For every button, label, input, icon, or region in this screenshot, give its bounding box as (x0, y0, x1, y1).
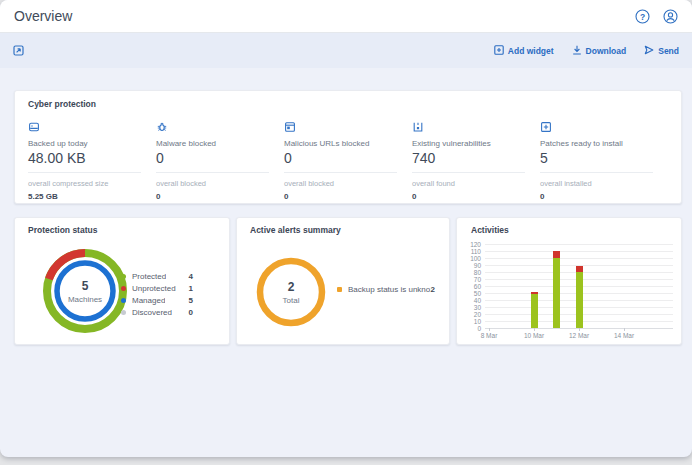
activities-bar-chart: 01020304050607080901001101208 Mar10 Mar1… (457, 218, 681, 344)
title-bar: Overview ? (0, 0, 692, 33)
x-axis-tick (624, 328, 625, 331)
bar-segment-failed (553, 251, 560, 258)
x-axis-tick-label: 8 Mar (481, 332, 498, 339)
metric-label: Malware blocked (156, 139, 284, 148)
y-axis-tick-label: 20 (457, 311, 481, 318)
metric-value: 740 (412, 150, 540, 166)
add-widget-button[interactable]: Add widget (494, 45, 554, 57)
download-button[interactable]: Download (572, 45, 627, 57)
legend-label: Protected (132, 272, 166, 281)
gridline (485, 251, 673, 252)
metric-sub-value: 5.25 GB (28, 192, 156, 201)
protection-status-widget[interactable]: Protection status 5 Machines (14, 217, 230, 345)
metric-sub-label: overall compressed size (28, 179, 156, 188)
metric-label: Existing vulnerabilities (412, 139, 540, 148)
page-title: Overview (14, 8, 72, 24)
metric-sub-label: overall blocked (284, 179, 412, 188)
header-icons: ? (635, 9, 678, 24)
legend-label: Backup status is unkno... (348, 285, 431, 294)
protection-status-legend: Protected 4 Unprotected 1 Managed 5 (121, 270, 193, 318)
metric-sub-value: 0 (540, 192, 668, 201)
metric-label: Backed up today (28, 139, 156, 148)
metric-sub-label: overall blocked (156, 179, 284, 188)
y-axis-tick-label: 0 (457, 325, 481, 332)
alerts-total-label: Total (283, 296, 300, 305)
legend-item-managed: Managed 5 (121, 294, 193, 306)
donut-center: 5 Machines (42, 248, 128, 334)
metric-label: Patches ready to install (540, 139, 668, 148)
metric-sub-label: overall found (412, 179, 540, 188)
x-axis-tick-label: 12 Mar (569, 332, 589, 339)
dashboard-content: Cyber protection Backed up today 48.00 K… (0, 68, 692, 345)
machines-count: 5 (82, 279, 89, 293)
activities-widget[interactable]: Activities 01020304050607080901001101208… (456, 217, 682, 345)
legend-item-protected: Protected 4 (121, 270, 193, 282)
y-axis-tick-label: 120 (457, 241, 481, 248)
y-axis-tick-label: 10 (457, 318, 481, 325)
metric-value: 48.00 KB (28, 150, 156, 166)
account-icon[interactable] (663, 9, 678, 24)
dashboard-toolbar: Add widget Download Send (0, 33, 692, 68)
vulnerability-icon (412, 119, 540, 132)
active-alerts-widget[interactable]: Active alerts summary 2 Total Backup sta… (236, 217, 450, 345)
y-axis-tick-label: 110 (457, 248, 481, 255)
legend-value: 2 (431, 285, 435, 294)
y-axis-tick-label: 100 (457, 255, 481, 262)
alert-square-icon (337, 287, 342, 292)
help-icon[interactable]: ? (635, 9, 650, 24)
x-axis-tick (579, 328, 580, 331)
browser-window-icon (284, 119, 412, 132)
legend-label: Managed (132, 296, 165, 305)
legend-item-discovered: Discovered 0 (121, 306, 193, 318)
widgets-row: Protection status 5 Machines (14, 217, 682, 345)
active-alerts-legend: Backup status is unkno... 2 (337, 283, 435, 295)
metric-patches: Patches ready to install 5 overall insta… (540, 119, 668, 201)
donut-center: 2 Total (255, 256, 327, 328)
y-axis-tick-label: 80 (457, 269, 481, 276)
metric-malware-blocked: Malware blocked 0 overall blocked 0 (156, 119, 284, 201)
legend-value: 4 (189, 272, 193, 281)
y-axis-tick-label: 50 (457, 290, 481, 297)
bar-segment-completed (531, 294, 538, 328)
expand-icon[interactable] (13, 45, 24, 56)
legend-item-backup-status: Backup status is unkno... 2 (337, 283, 435, 295)
y-axis-tick-label: 90 (457, 262, 481, 269)
metric-malicious-urls: Malicious URLs blocked 0 overall blocked… (284, 119, 412, 201)
x-axis-tick (489, 328, 490, 331)
metric-value: 0 (156, 150, 284, 166)
protection-donut-chart: 5 Machines (42, 248, 128, 334)
metric-sub-label: overall installed (540, 179, 668, 188)
metric-sub-value: 0 (284, 192, 412, 201)
discovered-dot-icon (121, 310, 126, 315)
cyber-metrics: Backed up today 48.00 KB overall compres… (28, 119, 668, 201)
bar (531, 292, 538, 328)
metric-value: 5 (540, 150, 668, 166)
protected-dot-icon (121, 274, 126, 279)
divider (284, 172, 397, 173)
overview-window: Overview ? (0, 0, 692, 457)
machines-label: Machines (68, 295, 102, 304)
svg-text:?: ? (640, 11, 645, 21)
widget-title: Active alerts summary (250, 225, 436, 235)
legend-label: Unprotected (132, 284, 176, 293)
unprotected-dot-icon (121, 286, 126, 291)
managed-dot-icon (121, 298, 126, 303)
send-button[interactable]: Send (644, 45, 679, 57)
y-axis-tick-label: 40 (457, 297, 481, 304)
metric-sub-value: 0 (412, 192, 540, 201)
backup-drive-icon (28, 119, 156, 132)
bar (576, 266, 583, 328)
legend-value: 1 (189, 284, 193, 293)
metric-vulnerabilities: Existing vulnerabilities 740 overall fou… (412, 119, 540, 201)
bar (553, 251, 560, 328)
bar-segment-completed (553, 258, 560, 328)
cyber-protection-widget[interactable]: Cyber protection Backed up today 48.00 K… (14, 90, 682, 204)
plus-square-icon (494, 45, 504, 57)
download-icon (572, 45, 582, 57)
download-label: Download (586, 46, 627, 56)
metric-label: Malicious URLs blocked (284, 139, 412, 148)
x-axis-tick (534, 328, 535, 331)
widget-title: Protection status (28, 225, 216, 235)
toolbar-actions: Add widget Download Send (494, 45, 679, 57)
metric-sub-value: 0 (156, 192, 284, 201)
